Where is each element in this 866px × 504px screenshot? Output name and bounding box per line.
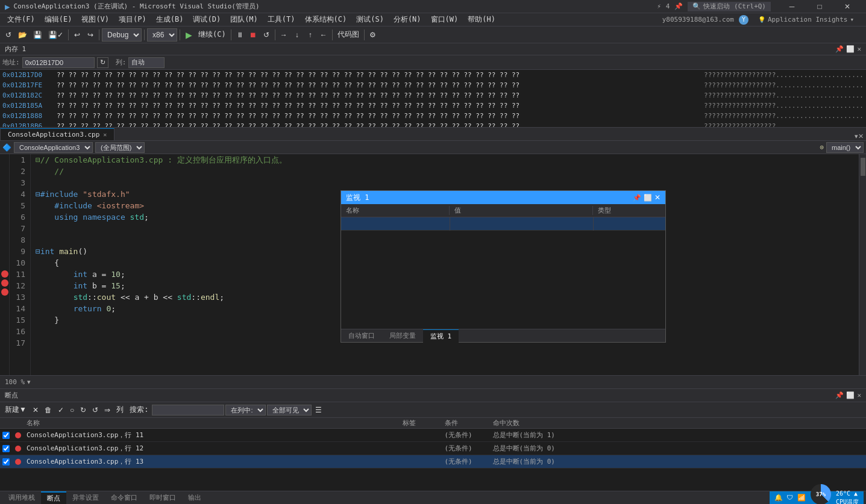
tab-breakpoints[interactable]: 断点 bbox=[41, 491, 66, 505]
toolbar: ↺ 📂 💾 💾✓ ↩ ↪ Debug x86 ▶ 继续(C) ⏸ ⏹ ↺ → ↓… bbox=[0, 26, 866, 43]
menu-build[interactable]: 生成(B) bbox=[151, 13, 189, 26]
memory-float-icon[interactable]: ⬜ bbox=[846, 45, 855, 53]
tab-output[interactable]: 输出 bbox=[182, 491, 207, 505]
bp-new-btn[interactable]: 新建▼ bbox=[2, 404, 29, 416]
step-back[interactable]: ← bbox=[318, 28, 330, 42]
bp-import-btn[interactable]: ↺ bbox=[90, 404, 101, 416]
bp-row-3[interactable]: ConsoleApplication3.cpp，行 13 (无条件) 总是中断(… bbox=[0, 455, 866, 468]
bp-goto-btn[interactable]: ⇒ bbox=[102, 404, 113, 416]
restart-btn[interactable]: ↺ bbox=[260, 28, 272, 42]
app-insights-label[interactable]: 💡 Application Insights ▾ bbox=[753, 16, 859, 23]
stop-btn[interactable]: ⏹ bbox=[247, 28, 259, 42]
tab-close-icon[interactable]: ✕ bbox=[103, 131, 107, 138]
watch-tab-locals[interactable]: 局部变量 bbox=[382, 329, 423, 343]
bp-cond-2: (无条件) bbox=[442, 444, 491, 453]
zoom-dropdown-btn[interactable]: ▾ bbox=[27, 378, 31, 386]
bp-check-3[interactable] bbox=[2, 458, 10, 465]
addr-refresh-btn[interactable]: ↻ bbox=[97, 57, 108, 68]
scrollbar-thumb[interactable] bbox=[861, 158, 865, 176]
breakpoint-12[interactable] bbox=[1, 279, 8, 287]
bp-disable-btn[interactable]: ○ bbox=[67, 404, 77, 416]
breakpoint-11[interactable] bbox=[1, 270, 8, 278]
bp-delete-btn[interactable]: ✕ bbox=[30, 404, 41, 416]
bp-check-2[interactable] bbox=[2, 445, 10, 452]
breakpoint-13[interactable] bbox=[1, 288, 8, 296]
bp-cols-btn[interactable]: 列 bbox=[114, 404, 126, 416]
user-email: y805939188@163.com bbox=[662, 16, 734, 23]
menu-edit[interactable]: 编辑(E) bbox=[40, 13, 77, 26]
memory-close-icon[interactable]: ✕ bbox=[857, 45, 861, 53]
bp-check-1[interactable] bbox=[2, 432, 10, 439]
toolbar-save[interactable]: 💾 bbox=[31, 28, 45, 42]
bp-float-icon[interactable]: ⬜ bbox=[846, 391, 855, 399]
toolbar-save-all[interactable]: 💾✓ bbox=[46, 28, 66, 42]
menu-tools[interactable]: 工具(T) bbox=[263, 13, 300, 26]
menu-help[interactable]: 帮助(H) bbox=[463, 13, 500, 26]
watch-tab-watch1[interactable]: 监视 1 bbox=[423, 329, 459, 343]
bp-row-1[interactable]: ConsoleApplication3.cpp，行 11 (无条件) 总是中断(… bbox=[0, 429, 866, 442]
watch-name-input[interactable] bbox=[341, 217, 450, 231]
tab-close-all-btn[interactable]: ✕ bbox=[858, 132, 864, 140]
step-over[interactable]: → bbox=[278, 28, 290, 42]
menu-analyze[interactable]: 分析(N) bbox=[389, 13, 426, 26]
line-numbers: 1 2 3 4 5 6 7 8 9 10 11 12 13 14 15 16 1… bbox=[10, 154, 31, 375]
toolbar-new[interactable]: ↺ bbox=[2, 28, 14, 42]
menu-file[interactable]: 文件(F) bbox=[2, 13, 40, 26]
sep4 bbox=[180, 30, 180, 40]
bp-pin-icon[interactable]: 📌 bbox=[835, 391, 844, 399]
method-dropdown[interactable]: main() bbox=[826, 142, 864, 153]
watch-tab-auto[interactable]: 自动窗口 bbox=[341, 329, 382, 343]
quick-launch-input[interactable]: 🔍 快速启动 (Ctrl+Q) bbox=[688, 2, 771, 11]
maximize-button[interactable]: □ bbox=[806, 0, 833, 13]
platform-dropdown[interactable]: x86 bbox=[147, 28, 177, 42]
menu-project[interactable]: 项目(P) bbox=[114, 13, 151, 26]
menu-team[interactable]: 团队(M) bbox=[225, 13, 263, 26]
addr-input[interactable] bbox=[22, 57, 95, 68]
bp-export-btn[interactable]: ↻ bbox=[78, 404, 89, 416]
watch-body bbox=[341, 217, 665, 329]
menu-view[interactable]: 视图(V) bbox=[77, 13, 114, 26]
watch-pin-btn[interactable]: 📌 bbox=[633, 193, 641, 202]
class-dropdown[interactable]: ConsoleApplication3 bbox=[14, 142, 93, 153]
continue-button[interactable]: ▶ bbox=[183, 28, 195, 42]
watch-maximize-btn[interactable]: ⬜ bbox=[644, 193, 652, 202]
close-button[interactable]: ✕ bbox=[833, 0, 861, 13]
menu-debug[interactable]: 调试(D) bbox=[188, 13, 225, 26]
watch-type-cell bbox=[593, 217, 665, 231]
editor-scrollbar[interactable] bbox=[859, 154, 866, 375]
bp-visibility-dropdown[interactable]: 在列中: bbox=[225, 405, 266, 415]
bp-enable-btn[interactable]: ✓ bbox=[55, 404, 66, 416]
tab-command[interactable]: 命令窗口 bbox=[105, 491, 143, 505]
toolbar-open[interactable]: 📂 bbox=[16, 28, 30, 42]
debug-badge: ⚡ bbox=[657, 2, 661, 10]
code-line-1: ⊟// ConsoleApplication3.cpp : 定义控制台应用程序的… bbox=[36, 154, 854, 166]
minimize-button[interactable]: ─ bbox=[778, 0, 806, 13]
class-icon: 🔷 bbox=[2, 143, 11, 152]
tab-exceptions[interactable]: 异常设置 bbox=[66, 491, 105, 505]
bp-close-icon[interactable]: ✕ bbox=[857, 391, 861, 399]
menu-arch[interactable]: 体系结构(C) bbox=[300, 13, 352, 26]
debug-config-dropdown[interactable]: Debug bbox=[102, 28, 142, 42]
col-input[interactable] bbox=[128, 57, 165, 68]
scope-dropdown[interactable]: (全局范围) bbox=[95, 142, 145, 153]
bp-row-2[interactable]: ConsoleApplication3.cpp，行 12 (无条件) 总是中断(… bbox=[0, 442, 866, 455]
toolbar-undo[interactable]: ↩ bbox=[71, 28, 83, 42]
step-into[interactable]: ↓ bbox=[291, 28, 303, 42]
tab-callstack[interactable]: 调用堆栈 bbox=[2, 491, 41, 505]
watch-close-btn[interactable]: ✕ bbox=[654, 193, 660, 202]
bp-search-input[interactable] bbox=[152, 405, 224, 415]
codemap-btn[interactable]: 代码图 bbox=[335, 28, 362, 42]
menu-window[interactable]: 窗口(W) bbox=[426, 13, 463, 26]
bp-col-dropdown[interactable]: 全部可见 bbox=[267, 405, 312, 415]
toolbar-redo[interactable]: ↪ bbox=[84, 28, 96, 42]
memory-pin-icon[interactable]: 📌 bbox=[835, 45, 844, 53]
step-out[interactable]: ↑ bbox=[304, 28, 316, 42]
sep7 bbox=[332, 30, 333, 40]
editor-tab-cpp[interactable]: ConsoleApplication3.cpp ✕ bbox=[0, 128, 115, 140]
pause-btn[interactable]: ⏸ bbox=[234, 28, 246, 42]
bp-settings-btn[interactable]: ☰ bbox=[313, 404, 324, 416]
tab-immediate[interactable]: 即时窗口 bbox=[143, 491, 182, 505]
menu-test[interactable]: 测试(S) bbox=[351, 13, 389, 26]
bp-delete-all-btn[interactable]: 🗑 bbox=[42, 404, 54, 416]
diag-btn[interactable]: ⚙ bbox=[367, 28, 379, 42]
